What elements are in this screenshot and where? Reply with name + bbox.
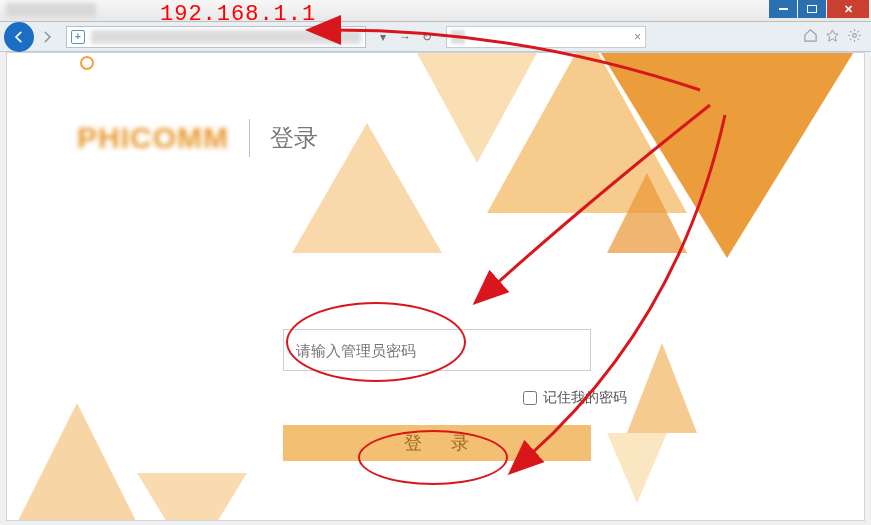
home-icon[interactable] [799, 24, 821, 46]
brand-header: PHICOMM 登录 [77, 119, 318, 157]
page-content: PHICOMM 登录 记住我的密码 登 录 [6, 52, 865, 521]
admin-password-input[interactable] [283, 329, 591, 371]
right-arrow-icon [40, 30, 54, 44]
annotation-url-text: 192.168.1.1 [160, 2, 316, 27]
page-title: 登录 [270, 122, 318, 154]
minimize-button[interactable] [769, 0, 797, 18]
star-icon[interactable] [821, 24, 843, 46]
window-controls [768, 0, 869, 18]
svg-marker-9 [137, 473, 247, 521]
refresh-icon[interactable]: ↻ [416, 26, 438, 48]
window-titlebar [0, 0, 871, 22]
svg-point-0 [852, 33, 856, 37]
divider [249, 119, 250, 157]
dropdown-icon[interactable]: ▾ [372, 26, 394, 48]
login-button[interactable]: 登 录 [283, 425, 591, 461]
triangle-decoration [17, 403, 137, 521]
close-button[interactable] [827, 0, 869, 18]
remember-checkbox[interactable] [523, 391, 537, 405]
maximize-button[interactable] [798, 0, 826, 18]
address-bar[interactable]: + [66, 26, 366, 48]
triangle-decoration [607, 173, 687, 253]
svg-marker-8 [17, 403, 137, 521]
triangle-decoration [137, 473, 247, 521]
back-button[interactable] [4, 22, 34, 52]
browser-tab[interactable]: × [446, 26, 646, 48]
site-identity-icon: + [71, 30, 85, 44]
address-text-blurred [91, 30, 361, 44]
window-title-blurred [6, 3, 96, 17]
remember-label: 记住我的密码 [543, 389, 627, 407]
login-form: 记住我的密码 登 录 [177, 329, 697, 461]
gear-icon[interactable] [843, 24, 865, 46]
go-arrow-icon[interactable]: → [394, 26, 416, 48]
browser-toolbar: + ▾ → ↻ × [0, 22, 871, 52]
forward-button[interactable] [36, 26, 58, 48]
svg-marker-5 [607, 173, 687, 253]
remember-password-row[interactable]: 记住我的密码 [177, 389, 697, 407]
dot-decoration [77, 53, 97, 73]
tab-favicon-blurred [451, 30, 465, 44]
left-arrow-icon [12, 30, 26, 44]
svg-point-10 [81, 57, 93, 69]
brand-logo-text: PHICOMM [77, 121, 229, 155]
address-actions: ▾ → ↻ [372, 26, 438, 48]
tab-close-button[interactable]: × [634, 30, 641, 44]
toolbar-right-icons [799, 24, 865, 46]
